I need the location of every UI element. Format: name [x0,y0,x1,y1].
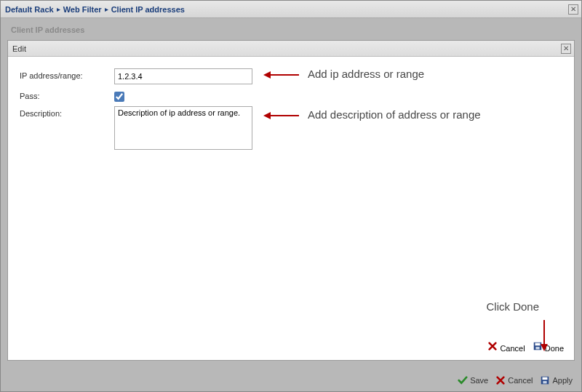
modal-button-bar: Cancel Done [487,341,564,353]
modal-done-button[interactable]: Done [533,341,564,353]
breadcrumb-item-webfilter[interactable]: Web Filter [63,5,102,14]
breadcrumb-item-rack[interactable]: Default Rack [5,5,54,14]
modal-cancel-label: Cancel [500,344,525,353]
ip-address-input[interactable] [114,68,252,84]
cancel-button[interactable]: Cancel [495,375,533,385]
breadcrumb: Default Rack ▸ Web Filter ▸ Client IP ad… [1,1,581,18]
annotation-text-done: Click Done [486,300,539,313]
annotation-text-ip: Add ip address or range [308,68,424,80]
description-textarea[interactable]: Description of ip address or range. [114,106,252,150]
modal-close-icon[interactable]: ✕ [561,44,571,54]
description-label: Description: [20,106,114,118]
svg-rect-2 [543,381,547,384]
chevron-right-icon: ▸ [57,5,60,13]
floppy-icon [540,375,550,385]
apply-button[interactable]: Apply [540,375,573,385]
annotation-arrow [266,115,299,116]
breadcrumb-item-clientip[interactable]: Client IP addresses [111,5,185,14]
save-label: Save [470,376,488,385]
x-icon [495,375,506,385]
pass-label: Pass: [20,89,114,100]
modal-cancel-button[interactable]: Cancel [487,341,525,353]
ip-label: IP address/range: [20,68,114,80]
svg-rect-5 [535,347,539,350]
page-button-bar: Save Cancel Apply [458,375,573,385]
svg-rect-4 [535,343,540,346]
x-icon [487,341,498,351]
annotation-arrow [266,74,299,76]
annotation-text-description: Add description of address or range [308,108,481,121]
modal-title-bar: Edit ✕ [8,41,574,57]
cancel-label: Cancel [508,376,533,385]
pass-checkbox[interactable] [114,92,124,102]
check-icon [458,375,468,385]
apply-label: Apply [552,376,573,385]
save-button[interactable]: Save [458,375,488,385]
modal-title: Edit [12,44,26,53]
window-close-icon[interactable]: ✕ [568,4,578,15]
annotation-arrow-down [543,320,545,349]
edit-modal: Edit ✕ IP address/range: Pass: Descripti… [7,40,575,361]
svg-rect-1 [543,377,548,380]
tab-client-ip: Client IP addresses [11,25,84,34]
chevron-right-icon: ▸ [105,5,108,13]
